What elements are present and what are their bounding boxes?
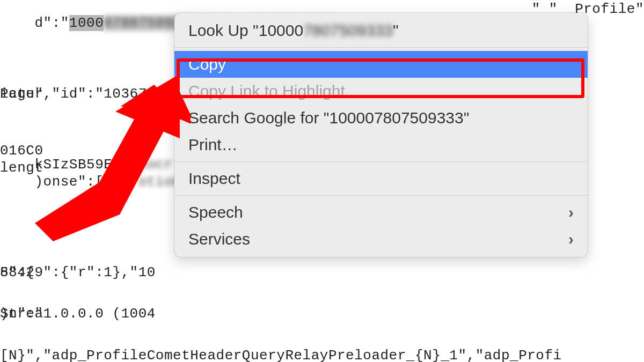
menu-item-speech[interactable]: Speech › bbox=[174, 199, 588, 226]
chevron-right-icon: › bbox=[568, 203, 574, 221]
selected-text[interactable]: 1000 bbox=[69, 15, 104, 31]
menu-separator bbox=[174, 47, 588, 48]
menu-item-inspect[interactable]: Inspect bbox=[174, 165, 588, 192]
menu-item-search-google[interactable]: Search Google for "100007807509333" bbox=[174, 105, 588, 131]
menu-item-copy-link-highlight: Copy Link to Highlight bbox=[174, 78, 588, 105]
menu-separator bbox=[174, 195, 588, 196]
menu-separator bbox=[174, 161, 588, 162]
menu-item-lookup[interactable]: Look Up "100007807509333" bbox=[174, 17, 588, 44]
menu-item-copy[interactable]: Copy bbox=[174, 51, 588, 78]
chevron-right-icon: › bbox=[568, 230, 574, 248]
menu-item-services[interactable]: Services › bbox=[174, 226, 588, 253]
code-line-7: [N}","adp_ProfileCometHeaderQueryRelayPr… bbox=[0, 349, 562, 362]
context-menu: Look Up "100007807509333" Copy Copy Link… bbox=[174, 13, 588, 257]
menu-item-print[interactable]: Print… bbox=[174, 131, 588, 158]
